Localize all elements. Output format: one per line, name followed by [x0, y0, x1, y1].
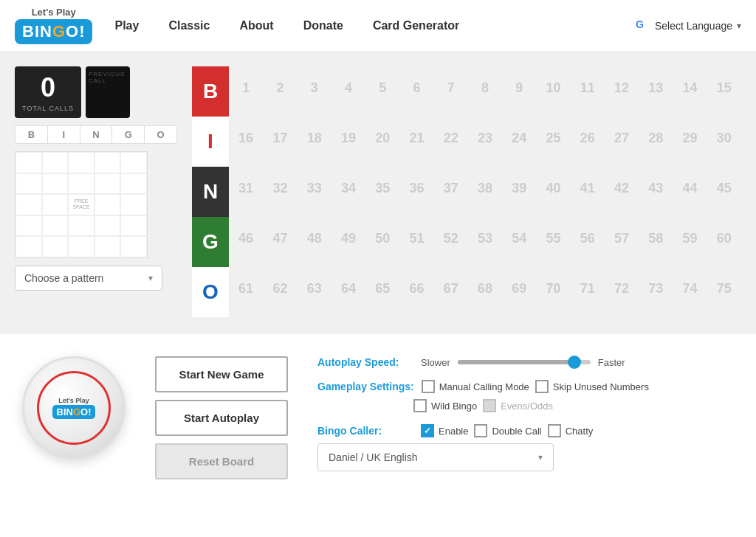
logo[interactable]: Let's Play BINGO! — [15, 7, 92, 45]
number-cell[interactable]: 28 — [639, 117, 673, 159]
number-cell[interactable]: 22 — [434, 117, 468, 159]
number-cell[interactable]: 68 — [468, 267, 502, 310]
number-cell[interactable]: 30 — [707, 117, 741, 159]
number-cell[interactable]: 69 — [502, 267, 536, 310]
skip-unused-checkbox[interactable] — [535, 380, 549, 393]
number-cell[interactable]: 15 — [707, 66, 741, 109]
number-cell[interactable]: 12 — [605, 66, 639, 109]
number-cell[interactable]: 66 — [399, 267, 433, 310]
number-cell[interactable]: 18 — [298, 117, 331, 159]
number-cell[interactable]: 19 — [331, 117, 365, 159]
nav-donate[interactable]: Donate — [303, 19, 343, 32]
number-cell[interactable]: 43 — [639, 167, 673, 209]
number-cell[interactable]: 24 — [502, 117, 536, 159]
bottom-panel: Let's Play BINGO! Start New Game Start A… — [0, 332, 756, 494]
number-cell[interactable]: 37 — [434, 167, 468, 209]
number-cell[interactable]: 9 — [502, 66, 536, 109]
number-cell[interactable]: 54 — [502, 217, 536, 260]
number-cell[interactable]: 41 — [571, 167, 605, 209]
number-cell[interactable]: 1 — [229, 66, 263, 109]
number-cell[interactable]: 11 — [571, 66, 605, 109]
number-cell[interactable]: 3 — [298, 66, 331, 109]
number-cell[interactable]: 14 — [673, 66, 707, 109]
number-cell[interactable]: 5 — [365, 66, 399, 109]
language-selector[interactable]: G Select Language ▾ — [636, 18, 741, 33]
speed-slider-thumb[interactable] — [568, 356, 581, 369]
caller-voice-dropdown[interactable]: Daniel / UK English ▾ — [317, 443, 554, 471]
number-cell[interactable]: 31 — [229, 167, 263, 209]
number-cell[interactable]: 29 — [673, 117, 707, 159]
number-cell[interactable]: 58 — [639, 217, 673, 260]
navbar: Let's Play BINGO! Play Classic About Don… — [0, 0, 756, 52]
number-cell[interactable]: 55 — [536, 217, 570, 260]
number-cell[interactable]: 35 — [365, 167, 399, 209]
start-new-game-button[interactable]: Start New Game — [155, 356, 288, 392]
number-cell[interactable]: 26 — [571, 117, 605, 159]
reset-board-button[interactable]: Reset Board — [155, 443, 288, 479]
number-cell[interactable]: 49 — [331, 217, 365, 260]
number-cell[interactable]: 74 — [673, 267, 707, 310]
enable-checkbox[interactable] — [421, 424, 434, 437]
number-cell[interactable]: 46 — [229, 217, 263, 260]
number-cell[interactable]: 52 — [434, 217, 468, 260]
manual-calling-checkbox[interactable] — [422, 380, 435, 393]
number-cell[interactable]: 8 — [468, 66, 502, 109]
nav-card-generator[interactable]: Card Generator — [373, 19, 459, 32]
speed-slider-track[interactable] — [458, 360, 591, 364]
number-cell[interactable]: 23 — [468, 117, 502, 159]
number-cell[interactable]: 45 — [707, 167, 741, 209]
number-cell[interactable]: 16 — [229, 117, 263, 159]
number-cell[interactable]: 38 — [468, 167, 502, 209]
number-cell[interactable]: 63 — [298, 267, 331, 310]
number-cell[interactable]: 61 — [229, 267, 263, 310]
number-cell[interactable]: 2 — [263, 66, 297, 109]
number-cell[interactable]: 64 — [331, 267, 365, 310]
nav-play[interactable]: Play — [114, 19, 139, 32]
number-cell[interactable]: 33 — [298, 167, 331, 209]
number-cell[interactable]: 59 — [673, 217, 707, 260]
number-cell[interactable]: 48 — [298, 217, 331, 260]
number-cell[interactable]: 50 — [365, 217, 399, 260]
number-cell[interactable]: 62 — [263, 267, 297, 310]
evens-odds-checkbox[interactable] — [483, 399, 496, 412]
double-call-checkbox[interactable] — [474, 424, 487, 437]
number-cell[interactable]: 10 — [536, 66, 570, 109]
number-cell[interactable]: 42 — [605, 167, 639, 209]
bingo-card-cell — [16, 173, 42, 195]
wild-bingo-checkbox[interactable] — [413, 399, 427, 412]
number-cell[interactable]: 53 — [468, 217, 502, 260]
number-cell[interactable]: 75 — [707, 267, 741, 310]
number-cell[interactable]: 21 — [399, 117, 433, 159]
number-cell[interactable]: 4 — [331, 66, 365, 109]
number-cell[interactable]: 13 — [639, 66, 673, 109]
number-cell[interactable]: 57 — [605, 217, 639, 260]
number-cell[interactable]: 56 — [571, 217, 605, 260]
number-cell[interactable]: 51 — [399, 217, 433, 260]
pattern-dropdown[interactable]: Choose a pattern ▾ — [15, 266, 162, 291]
number-cell[interactable]: 70 — [536, 267, 570, 310]
number-cell[interactable]: 67 — [434, 267, 468, 310]
number-cell[interactable]: 27 — [605, 117, 639, 159]
chatty-checkbox[interactable] — [548, 424, 561, 437]
number-cell[interactable]: 44 — [673, 167, 707, 209]
number-cell[interactable]: 36 — [399, 167, 433, 209]
nav-classic[interactable]: Classic — [168, 19, 210, 32]
start-autoplay-button[interactable]: Start Autoplay — [155, 400, 288, 436]
number-cell[interactable]: 34 — [331, 167, 365, 209]
number-cell[interactable]: 71 — [571, 267, 605, 310]
number-cell[interactable]: 25 — [536, 117, 570, 159]
number-cell[interactable]: 72 — [605, 267, 639, 310]
number-cell[interactable]: 17 — [263, 117, 297, 159]
number-cell[interactable]: 6 — [399, 66, 433, 109]
number-cell[interactable]: 73 — [639, 267, 673, 310]
number-cell[interactable]: 32 — [263, 167, 297, 209]
number-cell[interactable]: 7 — [434, 66, 468, 109]
number-cell[interactable]: 20 — [365, 117, 399, 159]
number-cell[interactable]: 40 — [536, 167, 570, 209]
number-cell[interactable]: 47 — [263, 217, 297, 260]
nav-about[interactable]: About — [239, 19, 273, 32]
number-cell[interactable]: 60 — [707, 217, 741, 260]
number-cell[interactable]: 39 — [502, 167, 536, 209]
bingo-ball-inner: Let's Play BINGO! — [37, 371, 111, 445]
number-cell[interactable]: 65 — [365, 267, 399, 310]
